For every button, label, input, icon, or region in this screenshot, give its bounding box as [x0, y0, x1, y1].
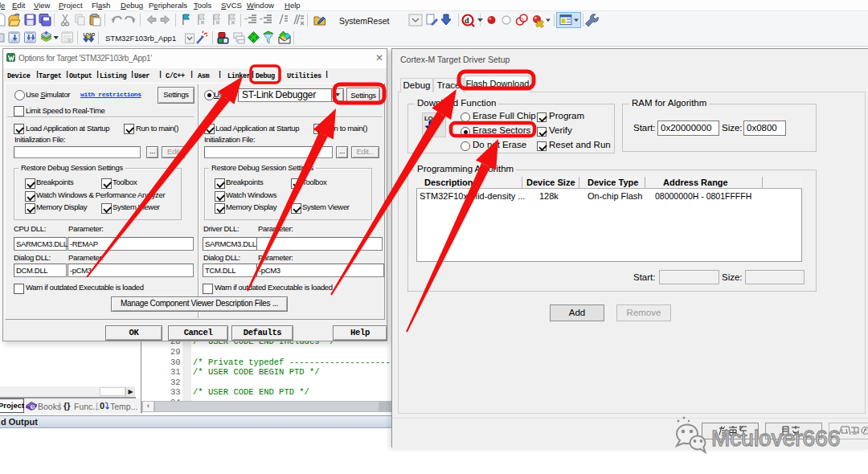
svg-text:d: d — [465, 16, 469, 25]
svg-text:SystemReset: SystemReset — [339, 16, 390, 26]
svg-text:STM32F103rb_App1: STM32F103rb_App1 — [105, 34, 176, 43]
